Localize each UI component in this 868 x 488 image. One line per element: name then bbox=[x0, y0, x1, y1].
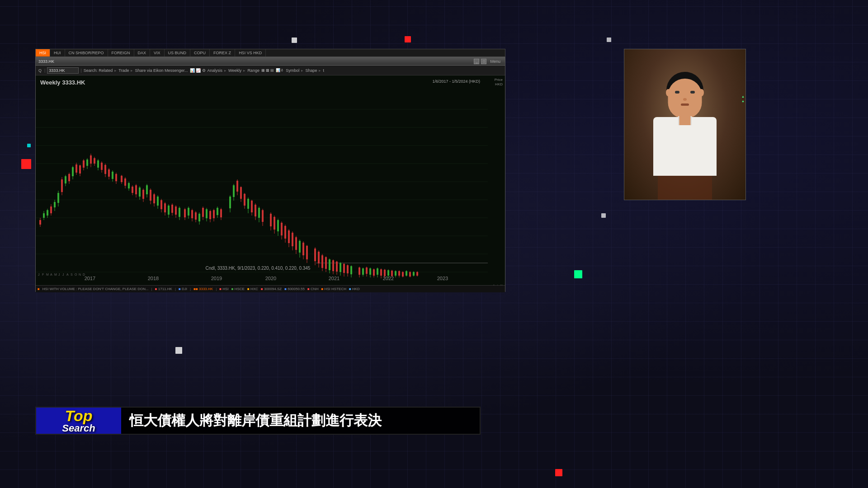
chart-toolbar: Q | | Search: Related ▸ Trade ▸ Share vi… bbox=[36, 66, 505, 75]
svg-rect-92 bbox=[168, 206, 170, 215]
toolbar-analysis[interactable]: Analysis bbox=[208, 68, 223, 73]
candle-info: Cndl, 3333.HK, 9/1/2023, 0.220, 0.410, 0… bbox=[36, 266, 480, 271]
ticker-input[interactable] bbox=[47, 67, 79, 74]
svg-text:2020: 2020 bbox=[265, 276, 276, 281]
svg-rect-212 bbox=[406, 271, 407, 276]
svg-rect-68 bbox=[124, 178, 126, 186]
status-hsi-text: HSI WITH VOLUME : PLEASE DON'T CHANGE, P… bbox=[42, 287, 149, 291]
svg-text:2021: 2021 bbox=[329, 276, 340, 281]
svg-rect-116 bbox=[213, 210, 215, 218]
toolbar-range[interactable]: Range bbox=[247, 68, 259, 73]
status-dji: ■ DJI bbox=[179, 287, 187, 291]
tab-bar: HSI HUI CN SHIBOR/REPO FOREIGN DAX VIX U… bbox=[35, 49, 505, 57]
webcam-overlay: ▲ ▲ bbox=[624, 49, 746, 200]
tab-hsi[interactable]: HSI bbox=[36, 49, 50, 56]
price-axis-label: PriceHKD bbox=[495, 78, 503, 86]
toolbar-trade[interactable]: Trade bbox=[118, 68, 129, 73]
person-left-ear bbox=[666, 89, 670, 96]
svg-rect-84 bbox=[153, 194, 155, 203]
svg-rect-122 bbox=[229, 197, 231, 208]
svg-rect-32 bbox=[57, 193, 59, 203]
svg-text:2019: 2019 bbox=[211, 276, 222, 281]
svg-rect-200 bbox=[384, 270, 386, 276]
chart-win-minimize[interactable]: _ bbox=[474, 59, 479, 64]
svg-rect-96 bbox=[175, 206, 177, 215]
toolbar-sep-4: ▸ bbox=[131, 68, 133, 73]
tab-foreign[interactable]: FOREIGN bbox=[108, 49, 134, 56]
svg-rect-146 bbox=[277, 220, 279, 231]
person-right-ear bbox=[699, 89, 704, 96]
svg-rect-104 bbox=[191, 210, 193, 218]
dot-6 bbox=[601, 213, 606, 218]
status-hxc: ■ HXC bbox=[247, 287, 258, 291]
tab-copu[interactable]: COPU bbox=[190, 49, 210, 56]
tab-dax[interactable]: DAX bbox=[134, 49, 151, 56]
svg-rect-114 bbox=[209, 211, 211, 219]
svg-rect-144 bbox=[274, 217, 275, 230]
svg-rect-82 bbox=[150, 190, 151, 201]
chart-win-menu[interactable]: Menu bbox=[488, 59, 502, 64]
toolbar-weekly[interactable]: Weekly bbox=[228, 68, 241, 73]
tab-us-bund[interactable]: US BUND bbox=[165, 49, 191, 56]
chart-date-range: 1/6/2017 - 1/5/2024 (HKD) bbox=[432, 79, 480, 84]
svg-rect-130 bbox=[244, 194, 245, 206]
svg-text:2023: 2023 bbox=[437, 276, 448, 281]
toolbar-sep-6: ▸ bbox=[243, 68, 245, 73]
svg-text:S: S bbox=[71, 273, 73, 276]
svg-rect-76 bbox=[139, 188, 141, 197]
chart-win-maximize[interactable]: □ bbox=[481, 59, 486, 64]
status-hsce: ■ HSCE bbox=[231, 287, 245, 291]
svg-text:J: J bbox=[58, 273, 60, 276]
tab-vix[interactable]: VIX bbox=[150, 49, 165, 56]
toolbar-sep-8: ▸ bbox=[319, 68, 321, 73]
tab-hsi-hkd[interactable]: HSI VS HKD bbox=[235, 49, 266, 56]
svg-rect-72 bbox=[132, 187, 133, 193]
svg-rect-150 bbox=[284, 226, 286, 239]
person-body bbox=[653, 117, 717, 176]
tab-cn-shibor[interactable]: CN SHIBOR/REPO bbox=[65, 49, 108, 56]
svg-text:2022: 2022 bbox=[383, 276, 394, 281]
toolbar-share[interactable]: Share via Eikon Messenger... bbox=[135, 68, 188, 73]
svg-rect-42 bbox=[75, 164, 77, 173]
svg-rect-124 bbox=[233, 185, 235, 197]
svg-rect-142 bbox=[270, 214, 272, 226]
svg-rect-60 bbox=[108, 169, 110, 177]
svg-rect-56 bbox=[101, 163, 103, 170]
banner-top-word: Top bbox=[65, 408, 92, 423]
toolbar-t[interactable]: t bbox=[323, 68, 324, 73]
toolbar-q-btn[interactable]: Q bbox=[38, 68, 42, 73]
svg-rect-162 bbox=[306, 246, 308, 259]
tab-forexz[interactable]: FOREX Z bbox=[210, 49, 235, 56]
status-1711: ■ 1711.HK bbox=[155, 287, 172, 291]
svg-rect-100 bbox=[184, 209, 186, 217]
svg-rect-94 bbox=[171, 205, 173, 213]
svg-rect-208 bbox=[398, 271, 400, 276]
status-hsi2: ■ HSI bbox=[219, 287, 228, 291]
toolbar-symbol[interactable]: Symbol bbox=[286, 68, 299, 73]
status-hstech: ■ HSI HSTECH bbox=[321, 287, 346, 291]
svg-rect-24 bbox=[43, 213, 45, 218]
svg-rect-140 bbox=[262, 210, 264, 222]
svg-rect-158 bbox=[299, 241, 301, 253]
status-hkd: ■ HKD bbox=[349, 287, 360, 291]
svg-rect-50 bbox=[90, 155, 92, 164]
dot-2 bbox=[405, 36, 411, 42]
chart-title: Weekly 3333.HK bbox=[40, 79, 85, 86]
svg-rect-22 bbox=[39, 220, 41, 225]
chart-body: Weekly 3333.HK 1/6/2017 - 1/5/2024 (HKD)… bbox=[36, 75, 505, 292]
toolbar-sep-3: ▸ bbox=[114, 68, 117, 73]
svg-rect-26 bbox=[47, 210, 48, 216]
toolbar-search[interactable]: Search: Related bbox=[84, 68, 113, 73]
svg-rect-44 bbox=[79, 165, 81, 174]
svg-text:J: J bbox=[38, 273, 40, 276]
svg-rect-78 bbox=[142, 190, 144, 199]
svg-rect-138 bbox=[258, 208, 260, 218]
tab-hui[interactable]: HUI bbox=[50, 49, 65, 56]
svg-rect-132 bbox=[247, 199, 249, 209]
svg-rect-156 bbox=[295, 237, 297, 250]
status-3333: ■■ 3333.HK bbox=[193, 287, 213, 291]
toolbar-sep-7: ▸ bbox=[301, 68, 303, 73]
toolbar-shape[interactable]: Shape bbox=[305, 68, 317, 73]
svg-text:J: J bbox=[62, 273, 64, 276]
banner-headline: 恒大債權人將對離岸債重組計劃進行表決 bbox=[121, 411, 480, 430]
